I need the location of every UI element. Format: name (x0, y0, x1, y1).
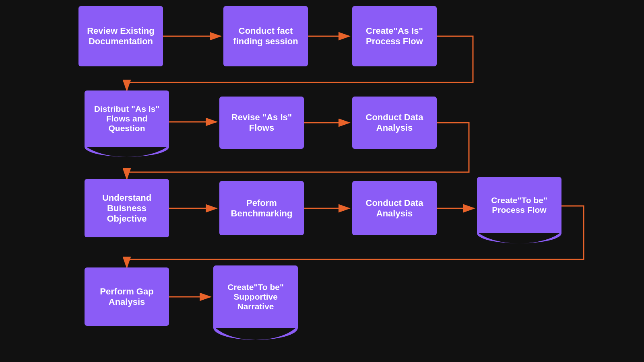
diagram-container: Review Existing Documentation Conduct fa… (0, 0, 644, 362)
box-conduct-data-analysis-1: Conduct Data Analysis (352, 97, 437, 149)
box-fact-finding: Conduct fact finding session (223, 6, 308, 66)
box-create-to-be-flow: Create"To be" Process Flow (477, 177, 561, 243)
box-create-to-be-narrative: Create"To be" Supportive Narrative (213, 265, 298, 340)
box-create-as-is-flow: Create"As Is" Process Flow (352, 6, 437, 66)
box-conduct-data-analysis-2: Conduct Data Analysis (352, 181, 437, 235)
box-perform-gap-analysis: Perform Gap Analysis (85, 267, 169, 326)
box-review-existing-doc: Review Existing Documentation (78, 6, 163, 66)
box-revise-as-is: Revise "As Is" Flows (219, 97, 304, 149)
box-understand-business: Understand Buisness Objective (85, 179, 169, 237)
box-distribut-as-is: Distribut "As Is" Flows and Question (85, 90, 169, 157)
box-perform-benchmarking: Peform Benchmarking (219, 181, 304, 235)
